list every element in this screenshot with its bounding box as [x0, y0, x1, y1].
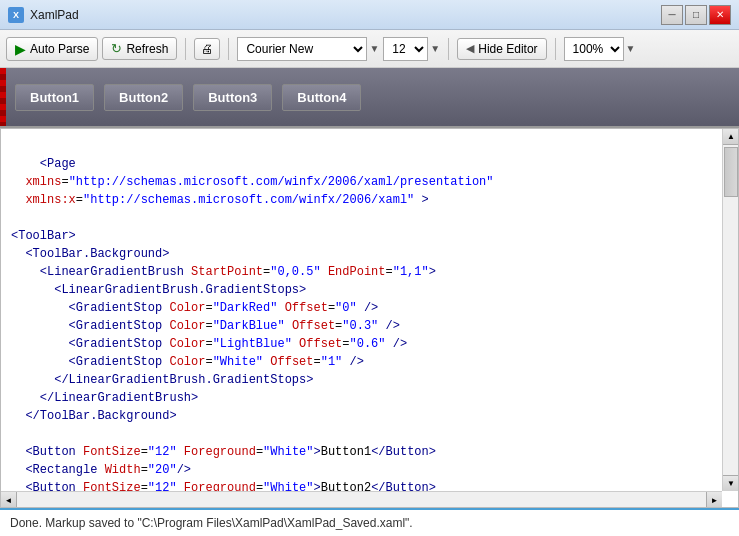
auto-parse-button[interactable]: ▶ Auto Parse: [6, 37, 98, 61]
refresh-button[interactable]: ↻ Refresh: [102, 37, 177, 60]
title-text: XamlPad: [30, 8, 661, 22]
window-controls: ─ □ ✕: [661, 5, 731, 25]
code-content: <Page xmlns="http://schemas.microsoft.co…: [11, 157, 494, 507]
scroll-down-arrow[interactable]: ▼: [723, 475, 739, 491]
code-editor[interactable]: <Page xmlns="http://schemas.microsoft.co…: [1, 129, 738, 507]
font-size-select[interactable]: 12: [383, 37, 428, 61]
print-icon: 🖨: [201, 42, 213, 56]
auto-parse-icon: ▶: [15, 41, 26, 57]
toolbar: ▶ Auto Parse ↻ Refresh 🖨 Courier New ▼ 1…: [0, 30, 739, 68]
title-bar: X XamlPad ─ □ ✕: [0, 0, 739, 30]
horizontal-scrollbar[interactable]: ◄ ►: [1, 491, 722, 507]
status-bar: Done. Markup saved to "C:\Program Files\…: [0, 508, 739, 536]
separator-3: [448, 38, 449, 60]
font-name-select[interactable]: Courier New: [237, 37, 367, 61]
separator-1: [185, 38, 186, 60]
separator-2: [228, 38, 229, 60]
auto-parse-label: Auto Parse: [30, 42, 89, 56]
scroll-up-arrow[interactable]: ▲: [723, 129, 739, 145]
preview-button-2[interactable]: Button2: [104, 84, 183, 111]
app-icon: X: [8, 7, 24, 23]
refresh-label: Refresh: [126, 42, 168, 56]
scroll-right-arrow[interactable]: ►: [706, 492, 722, 508]
preview-button-3[interactable]: Button3: [193, 84, 272, 111]
font-size-arrow: ▼: [430, 43, 440, 54]
refresh-icon: ↻: [111, 41, 122, 56]
scroll-left-arrow[interactable]: ◄: [1, 492, 17, 508]
zoom-arrow: ▼: [626, 43, 636, 54]
minimize-button[interactable]: ─: [661, 5, 683, 25]
restore-button[interactable]: □: [685, 5, 707, 25]
hide-editor-icon: ◀: [466, 42, 474, 55]
print-button[interactable]: 🖨: [194, 38, 220, 60]
zoom-select[interactable]: 100%: [564, 37, 624, 61]
separator-4: [555, 38, 556, 60]
editor-area: <Page xmlns="http://schemas.microsoft.co…: [0, 128, 739, 508]
close-button[interactable]: ✕: [709, 5, 731, 25]
preview-button-4[interactable]: Button4: [282, 84, 361, 111]
hide-editor-button[interactable]: ◀ Hide Editor: [457, 38, 546, 60]
font-name-arrow: ▼: [369, 43, 379, 54]
preview-area: Button1 Button2 Button3 Button4: [0, 68, 739, 128]
status-message: Done. Markup saved to "C:\Program Files\…: [10, 516, 413, 530]
scroll-thumb-vertical[interactable]: [724, 147, 738, 197]
preview-button-1[interactable]: Button1: [15, 84, 94, 111]
vertical-scrollbar[interactable]: ▲ ▼: [722, 129, 738, 491]
hide-editor-label: Hide Editor: [478, 42, 537, 56]
